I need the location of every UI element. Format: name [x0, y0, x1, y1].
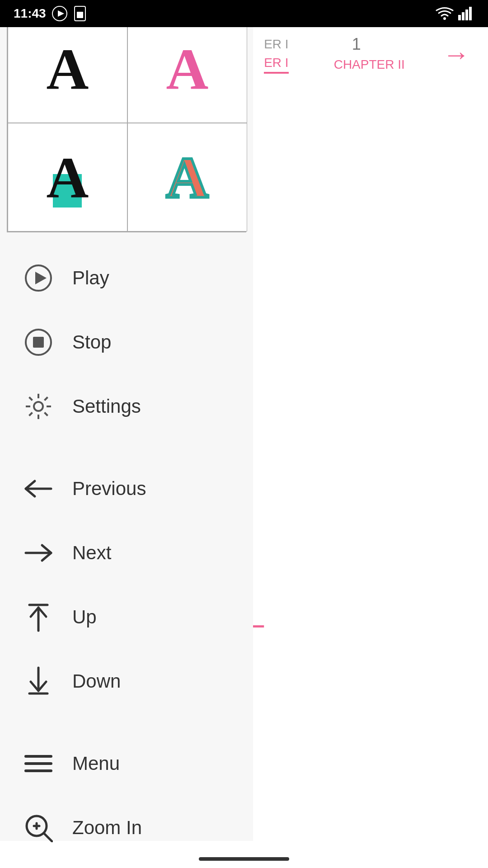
font-letter-pink: A	[166, 39, 209, 98]
svg-marker-10	[35, 272, 47, 284]
svg-rect-3	[77, 12, 83, 18]
svg-rect-6	[462, 12, 465, 20]
svg-rect-7	[465, 9, 468, 20]
font-letter-black: A	[47, 39, 89, 98]
settings-icon	[23, 391, 54, 422]
sim-card-icon	[73, 5, 87, 22]
font-letter-teal: A	[47, 145, 89, 210]
previous-item[interactable]: Previous	[0, 457, 253, 521]
menu-item[interactable]: Menu	[0, 731, 253, 796]
home-indicator	[199, 857, 289, 861]
down-label: Down	[72, 670, 121, 692]
time-display: 11:43	[14, 6, 46, 21]
svg-marker-1	[58, 10, 64, 17]
svg-point-4	[443, 17, 446, 20]
previous-label: Previous	[72, 478, 146, 500]
next-label: Next	[72, 542, 111, 564]
arrow-left-icon	[23, 473, 54, 505]
zoom-in-label: Zoom In	[72, 817, 142, 839]
font-grid: A A A A	[7, 14, 246, 232]
sidebar-drawer: A A A A Play	[0, 0, 253, 841]
play-item[interactable]: Play	[0, 246, 253, 310]
stop-icon	[23, 326, 54, 358]
arrow-right-icon	[23, 537, 54, 569]
font-option-pink-serif[interactable]: A	[127, 14, 247, 123]
font-letter-salmon-teal: A	[166, 148, 209, 207]
menu-icon	[23, 748, 54, 779]
arrow-up-icon	[23, 601, 54, 633]
status-bar: 11:43	[0, 0, 488, 27]
signal-icon	[458, 7, 474, 20]
chapter-tab-active: ER I	[264, 56, 288, 74]
svg-line-26	[44, 833, 52, 841]
svg-rect-12	[33, 337, 44, 348]
down-item[interactable]: Down	[0, 649, 253, 713]
play-icon	[23, 262, 54, 294]
wifi-icon	[436, 7, 454, 20]
settings-label: Settings	[72, 396, 141, 417]
play-circle-icon	[52, 5, 68, 22]
svg-rect-5	[458, 15, 461, 20]
chapter-er-label: ER I	[264, 37, 288, 52]
play-label: Play	[72, 267, 109, 289]
settings-item[interactable]: Settings	[0, 374, 253, 439]
font-option-salmon-teal[interactable]: A	[127, 123, 247, 231]
menu-label: Menu	[72, 753, 120, 774]
stop-item[interactable]: Stop	[0, 310, 253, 374]
playback-section: Play Stop	[0, 237, 253, 448]
reader-forward-button[interactable]: →	[443, 39, 470, 70]
arrow-down-icon	[23, 665, 54, 697]
font-option-teal-overlay[interactable]: A	[8, 123, 127, 231]
status-left: 11:43	[14, 5, 87, 22]
svg-point-13	[34, 402, 43, 411]
font-option-black-serif[interactable]: A	[8, 14, 127, 123]
chapter-num: 1	[352, 35, 361, 54]
utility-section: Menu Zoom In	[0, 722, 253, 868]
chapter-tab-next: CHAPTER II	[334, 57, 405, 72]
up-label: Up	[72, 606, 97, 628]
stop-label: Stop	[72, 331, 111, 353]
home-bar	[0, 850, 488, 868]
status-right	[436, 7, 474, 20]
next-item[interactable]: Next	[0, 521, 253, 585]
font-letter-teal-overlay-container: A	[47, 143, 89, 211]
zoom-in-icon	[23, 812, 54, 844]
svg-rect-8	[469, 7, 472, 20]
up-item[interactable]: Up	[0, 585, 253, 649]
nav-section: Previous Next Up	[0, 448, 253, 722]
